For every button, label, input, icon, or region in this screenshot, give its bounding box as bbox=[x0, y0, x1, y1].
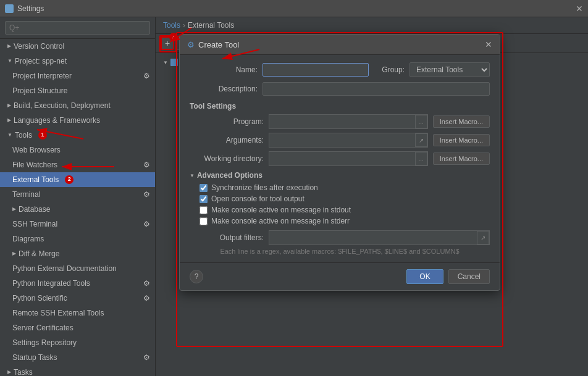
checkbox-sync-files-row: Synchronize files after execution bbox=[190, 183, 490, 192]
advanced-options-section: Advanced Options Synchronize files after… bbox=[190, 171, 490, 225]
sidebar-label: Python Integrated Tools bbox=[12, 278, 90, 289]
create-tool-dialog: ⚙ Create Tool ✕ Name: Group: External To… bbox=[179, 34, 500, 291]
program-input[interactable] bbox=[269, 115, 415, 128]
breadcrumb-external-tools: External Tools bbox=[188, 21, 234, 30]
output-filters-expand-button[interactable]: ↗ bbox=[477, 231, 489, 244]
sidebar-label: Startup Tasks bbox=[12, 352, 57, 363]
file-watchers-icon: ⚙ bbox=[143, 159, 150, 170]
sidebar-item-external-tools[interactable]: External Tools 2 bbox=[0, 172, 155, 187]
startup-icon: ⚙ bbox=[143, 352, 150, 363]
sidebar-item-startup-tasks[interactable]: Startup Tasks ⚙ bbox=[0, 350, 155, 365]
group-select[interactable]: External Tools bbox=[410, 62, 490, 77]
dialog-title: Create Tool bbox=[198, 40, 239, 49]
breadcrumb-separator: › bbox=[183, 21, 185, 30]
sidebar-item-python-ext-doc[interactable]: Python External Documentation bbox=[0, 261, 155, 276]
sidebar-item-project-interpreter[interactable]: Project Interpreter ⚙ bbox=[0, 69, 155, 83]
sidebar: Version Control Project: spp-net Project… bbox=[0, 17, 156, 376]
sidebar-label: External Tools bbox=[12, 174, 59, 185]
sidebar-item-build[interactable]: Build, Execution, Deployment bbox=[0, 98, 155, 113]
ssh-icon: ⚙ bbox=[143, 219, 150, 230]
title-bar: Settings ✕ bbox=[0, 0, 588, 17]
help-button[interactable]: ? bbox=[190, 270, 203, 283]
program-browse-button[interactable]: ... bbox=[415, 115, 427, 128]
modal-footer-right: OK Cancel bbox=[406, 269, 490, 284]
sidebar-label: Diff & Merge bbox=[19, 248, 59, 259]
advanced-collapse-icon bbox=[190, 173, 195, 178]
sidebar-label: Server Certificates bbox=[12, 322, 74, 333]
collapse-icon bbox=[7, 132, 12, 139]
sidebar-item-settings-repo[interactable]: Settings Repository bbox=[0, 335, 155, 350]
checkbox-active-stdout[interactable] bbox=[200, 206, 208, 214]
sidebar-item-project[interactable]: Project: spp-net bbox=[0, 54, 155, 69]
sidebar-item-python-scientific[interactable]: Python Scientific ⚙ bbox=[0, 291, 155, 306]
group-label: Group: bbox=[374, 65, 405, 74]
program-label: Program: bbox=[190, 117, 264, 126]
checkbox-sync-files[interactable] bbox=[200, 184, 208, 192]
breadcrumb-bar: Tools › External Tools bbox=[156, 17, 588, 34]
description-input[interactable] bbox=[262, 82, 490, 96]
arguments-expand-button[interactable]: ↗ bbox=[415, 133, 427, 147]
advanced-title-text: Advanced Options bbox=[197, 171, 262, 180]
sidebar-label: Project Structure bbox=[12, 85, 67, 96]
sidebar-content: Version Control Project: spp-net Project… bbox=[0, 39, 155, 376]
sidebar-item-diagrams[interactable]: Diagrams bbox=[0, 232, 155, 246]
dialog-icon: ⚙ bbox=[187, 40, 195, 49]
sidebar-item-languages[interactable]: Languages & Frameworks bbox=[0, 113, 155, 128]
sidebar-label: Web Browsers bbox=[12, 144, 61, 156]
working-dir-browse-button[interactable]: ... bbox=[415, 152, 427, 165]
checkbox-active-stderr-label: Make console active on message in stderr bbox=[211, 217, 350, 225]
checkbox-active-stderr[interactable] bbox=[200, 217, 208, 225]
sidebar-item-ssh-terminal[interactable]: SSH Terminal ⚙ bbox=[0, 217, 155, 232]
ok-button[interactable]: OK bbox=[406, 269, 443, 284]
name-label: Name: bbox=[190, 65, 258, 74]
sidebar-item-web-browsers[interactable]: Web Browsers bbox=[0, 143, 155, 157]
sidebar-item-version-control[interactable]: Version Control bbox=[0, 39, 155, 54]
description-label: Description: bbox=[190, 85, 258, 93]
sidebar-item-tasks[interactable]: Tasks bbox=[0, 365, 155, 376]
checkbox-active-stderr-row: Make console active on message in stderr bbox=[190, 217, 490, 225]
search-input[interactable] bbox=[5, 21, 150, 35]
cancel-button[interactable]: Cancel bbox=[448, 269, 490, 284]
name-group-row: Name: Group: External Tools bbox=[190, 62, 490, 77]
sidebar-search-container bbox=[0, 17, 155, 39]
sidebar-item-file-watchers[interactable]: File Watchers ⚙ bbox=[0, 157, 155, 172]
window-title: Settings bbox=[17, 4, 44, 13]
modal-titlebar: ⚙ Create Tool ✕ bbox=[180, 35, 500, 55]
sidebar-item-tools[interactable]: Tools 1 bbox=[0, 128, 155, 143]
sidebar-item-remote-ssh[interactable]: Remote SSH External Tools bbox=[0, 306, 155, 320]
badge-3: 3 bbox=[169, 33, 178, 41]
arguments-input[interactable] bbox=[269, 133, 415, 147]
description-row: Description: bbox=[190, 82, 490, 96]
sidebar-item-diff-merge[interactable]: Diff & Merge bbox=[0, 246, 155, 261]
dialog-close-button[interactable]: ✕ bbox=[485, 40, 492, 49]
working-dir-insert-macro-button[interactable]: Insert Macro... bbox=[433, 152, 490, 165]
name-input[interactable] bbox=[262, 63, 369, 77]
sidebar-label: Tools bbox=[15, 130, 32, 141]
collapse-icon bbox=[12, 250, 16, 257]
window-close-button[interactable]: ✕ bbox=[576, 4, 583, 14]
add-tool-button[interactable]: + 3 bbox=[161, 36, 174, 50]
working-dir-row: Working directory: ... Insert Macro... bbox=[190, 151, 490, 166]
program-insert-macro-button[interactable]: Insert Macro... bbox=[433, 115, 490, 128]
sidebar-item-python-integrated[interactable]: Python Integrated Tools ⚙ bbox=[0, 276, 155, 291]
sidebar-label: Diagrams bbox=[12, 233, 44, 244]
sidebar-item-terminal[interactable]: Terminal ⚙ bbox=[0, 187, 155, 202]
checkbox-open-console[interactable] bbox=[200, 195, 208, 203]
output-filters-input[interactable] bbox=[269, 231, 477, 244]
output-filters-label: Output filters: bbox=[190, 233, 264, 242]
sidebar-item-server-certs[interactable]: Server Certificates bbox=[0, 320, 155, 335]
checkbox-active-stdout-row: Make console active on message in stdout bbox=[190, 206, 490, 214]
breadcrumb-tools[interactable]: Tools bbox=[163, 21, 180, 30]
terminal-icon: ⚙ bbox=[143, 189, 150, 200]
python-sci-icon: ⚙ bbox=[143, 293, 150, 304]
sidebar-label: Build, Execution, Deployment bbox=[14, 100, 111, 111]
sidebar-item-database[interactable]: Database bbox=[0, 202, 155, 217]
tree-collapse-icon bbox=[163, 60, 168, 65]
collapse-icon bbox=[7, 102, 11, 109]
sidebar-label: Python External Documentation bbox=[12, 263, 117, 274]
working-dir-input[interactable] bbox=[269, 152, 415, 165]
arguments-insert-macro-button[interactable]: Insert Macro... bbox=[433, 134, 490, 146]
sidebar-item-project-structure[interactable]: Project Structure bbox=[0, 83, 155, 98]
ext-tools-icon bbox=[170, 59, 178, 66]
sidebar-label: Settings Repository bbox=[12, 337, 77, 348]
